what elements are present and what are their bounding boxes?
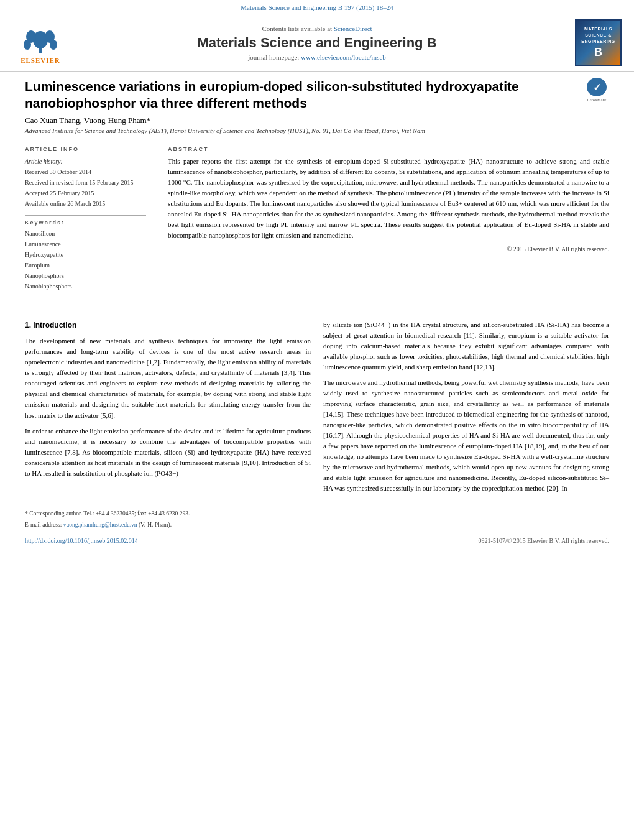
abstract-heading: ABSTRACT <box>168 146 609 152</box>
affiliation: Advanced Institute for Science and Techn… <box>25 127 609 134</box>
article-title: Luminescence variations in europium-dope… <box>25 78 575 112</box>
doi-footer-link[interactable]: http://dx.doi.org/10.1016/j.mseb.2015.02… <box>25 537 138 544</box>
keywords-heading: Keywords: <box>25 219 146 226</box>
footnote-corresponding: * Corresponding author. Tel.: +84 4 3623… <box>25 509 609 518</box>
footer-section: * Corresponding author. Tel.: +84 4 3623… <box>0 505 634 535</box>
svg-point-5 <box>50 40 57 50</box>
journal-citation: Materials Science and Engineering B 197 … <box>241 4 393 11</box>
article-main: Luminescence variations in europium-dope… <box>0 72 634 304</box>
svg-point-4 <box>24 40 31 50</box>
article-history: Article history: Received 30 October 201… <box>25 156 146 209</box>
crossmark-logo: ✓ CrossMark <box>584 78 609 103</box>
article-info-col: ARTICLE INFO Article history: Received 3… <box>25 146 155 292</box>
elsevier-logo: ELSEVIER <box>12 21 68 64</box>
article-info-heading: ARTICLE INFO <box>25 146 146 152</box>
article-info-abstract-section: ARTICLE INFO Article history: Received 3… <box>25 141 609 292</box>
mseb-logo: MATERIALSSCIENCE &ENGINEERING B <box>575 19 622 66</box>
body-right-col: by silicate ion (SiO44−) in the HA cryst… <box>323 320 609 499</box>
keywords-section: Keywords: Nanosilicon Luminescence Hydro… <box>25 215 146 292</box>
journal-title: Materials Science and Engineering B <box>75 35 559 51</box>
intro-para3: The microwave and hydrothermal methods, … <box>323 377 609 494</box>
crossmark-icon: ✓ <box>587 78 607 96</box>
journal-homepage: journal homepage: www.elsevier.com/locat… <box>75 53 559 61</box>
footer-bottom: http://dx.doi.org/10.1016/j.mseb.2015.02… <box>0 535 634 547</box>
footnote-email: E-mail address: vuong.phamhung@hust.edu.… <box>25 520 609 529</box>
journal-citation-bar: Materials Science and Engineering B 197 … <box>0 0 634 14</box>
contents-available-line: Contents lists available at ScienceDirec… <box>75 25 559 32</box>
journal-header: ELSEVIER Contents lists available at Sci… <box>0 14 634 72</box>
body-section: 1. Introduction The development of new m… <box>0 320 634 499</box>
intro-para2: In order to enhance the light emission p… <box>25 426 311 479</box>
abstract-col: ABSTRACT This paper reports the first at… <box>168 146 609 292</box>
sciencedirect-link[interactable]: ScienceDirect <box>334 25 372 32</box>
abstract-text: This paper reports the first attempt for… <box>168 156 609 241</box>
authors: Cao Xuan Thang, Vuong-Hung Pham* <box>25 116 609 126</box>
intro-para2-cont: by silicate ion (SiO44−) in the HA cryst… <box>323 320 609 372</box>
copyright: © 2015 Elsevier B.V. All rights reserved… <box>168 246 609 252</box>
journal-logo-box: MATERIALSSCIENCE &ENGINEERING B <box>566 19 622 66</box>
intro-heading: 1. Introduction <box>25 320 311 331</box>
homepage-url[interactable]: www.elsevier.com/locate/mseb <box>301 53 386 61</box>
body-left-col: 1. Introduction The development of new m… <box>25 320 311 499</box>
email-link[interactable]: vuong.phamhung@hust.edu.vn <box>63 522 137 528</box>
crossmark-label: CrossMark <box>587 98 606 103</box>
section-divider <box>0 312 634 312</box>
intro-para1: The development of new materials and syn… <box>25 336 311 420</box>
keywords-list: Nanosilicon Luminescence Hydroxyapatite … <box>25 228 146 292</box>
elsevier-label: ELSEVIER <box>21 57 60 64</box>
issn-line: 0921-5107/© 2015 Elsevier B.V. All right… <box>479 537 609 544</box>
article-title-section: Luminescence variations in europium-dope… <box>25 78 609 112</box>
journal-center: Contents lists available at ScienceDirec… <box>75 25 559 61</box>
elsevier-tree-icon <box>19 21 62 55</box>
